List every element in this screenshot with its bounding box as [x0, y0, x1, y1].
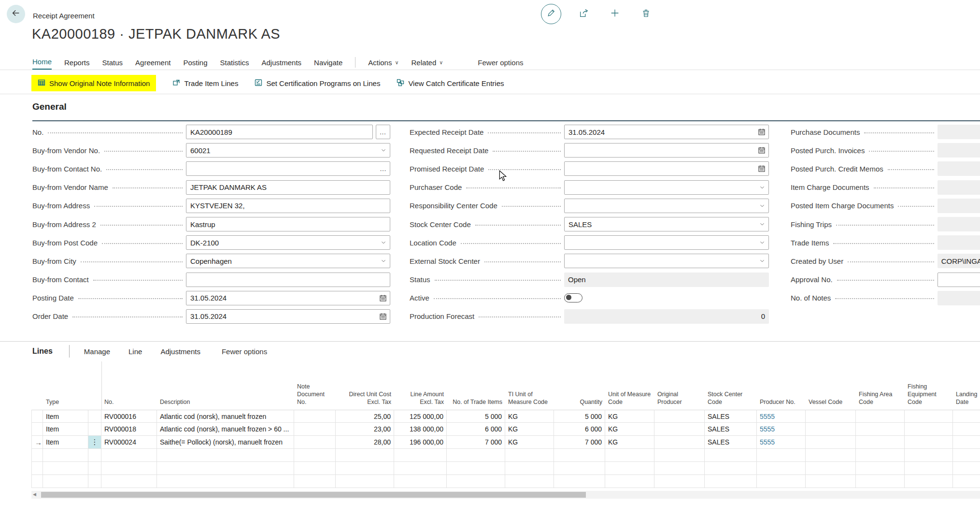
- calendar-icon[interactable]: [758, 165, 766, 172]
- col-header-type[interactable]: Type: [43, 398, 88, 410]
- cell-vessel-code[interactable]: [806, 423, 856, 436]
- chevron-down-icon[interactable]: [380, 147, 387, 154]
- cell-landing-date[interactable]: [953, 410, 980, 423]
- tab-adjustments[interactable]: Adjustments: [262, 55, 302, 70]
- cell-quantity[interactable]: 7 000: [554, 436, 605, 449]
- cell-no[interactable]: RV000024: [101, 436, 157, 449]
- new-button[interactable]: [607, 6, 623, 22]
- cell-selector[interactable]: [31, 423, 43, 436]
- cell-note-document-no[interactable]: [294, 423, 336, 436]
- order-date-field[interactable]: 31.05.2024: [186, 309, 390, 324]
- calendar-icon[interactable]: [379, 313, 387, 320]
- show-original-note-information-button[interactable]: Show Original Note Information: [31, 75, 156, 91]
- cell-type[interactable]: Item: [43, 423, 88, 436]
- cell-direct-unit-cost[interactable]: 28,00: [336, 436, 394, 449]
- scrollbar-thumb[interactable]: [41, 492, 586, 498]
- cell-description[interactable]: Atlantic cod (norsk), manuelt frozen: [157, 410, 294, 423]
- col-header-producer-no[interactable]: Producer No.: [757, 398, 806, 410]
- col-header-original-producer[interactable]: Original Producer: [654, 390, 705, 410]
- col-header-line-amount[interactable]: Line Amount Excl. Tax: [394, 390, 447, 410]
- cell-landing-date[interactable]: [953, 423, 980, 436]
- col-header-no[interactable]: No.: [101, 398, 157, 410]
- promised-receipt-date-field[interactable]: [564, 161, 769, 176]
- cell-description[interactable]: Atlantic cod (norsk), manuelt frozen > 6…: [157, 423, 294, 436]
- tab-navigate[interactable]: Navigate: [314, 55, 342, 70]
- cell-uom[interactable]: KG: [605, 410, 654, 423]
- cell-note-document-no[interactable]: [294, 410, 336, 423]
- cell-line-amount[interactable]: 196 000,00: [394, 436, 447, 449]
- tab-agreement[interactable]: Agreement: [135, 55, 170, 70]
- cell-producer-no-link[interactable]: 5555: [757, 423, 806, 436]
- cell-line-amount[interactable]: 125 000,00: [394, 410, 447, 423]
- active-toggle[interactable]: [564, 293, 582, 302]
- cell-stock-center[interactable]: SALES: [705, 436, 757, 449]
- cell-row-menu[interactable]: [88, 423, 101, 436]
- chevron-down-icon[interactable]: [380, 258, 387, 264]
- breadcrumb[interactable]: Receipt Agreement: [33, 12, 95, 20]
- buy-from-address-field[interactable]: KYSTVEJEN 32,: [186, 199, 390, 213]
- col-header-ti-unit-of-measure[interactable]: TI Unit of Measure Code: [505, 390, 554, 410]
- posted-purch-invoices-field[interactable]: [937, 143, 980, 158]
- cell-no[interactable]: RV000016: [101, 410, 157, 423]
- horizontal-scrollbar[interactable]: ◀: [31, 491, 980, 499]
- chevron-down-icon[interactable]: [380, 239, 387, 246]
- set-certification-programs-button[interactable]: Set Certification Programs on Lines: [255, 75, 380, 91]
- no-lookup-button[interactable]: …: [376, 125, 390, 139]
- lines-section-heading[interactable]: Lines: [32, 347, 53, 356]
- trade-item-lines-button[interactable]: Trade Item Lines: [172, 75, 238, 91]
- cell-fishing-area[interactable]: [856, 423, 905, 436]
- item-charge-documents-field[interactable]: [937, 180, 980, 195]
- tab-posting[interactable]: Posting: [183, 55, 207, 70]
- cell-original-producer[interactable]: [654, 410, 705, 423]
- view-catch-certificate-entries-button[interactable]: View Catch Certificate Entries: [397, 75, 504, 91]
- cell-fishing-equipment[interactable]: [905, 423, 953, 436]
- col-header-landing-date[interactable]: Landing Date: [953, 390, 980, 410]
- lines-menu-line[interactable]: Line: [128, 347, 142, 356]
- scroll-left-arrow-icon[interactable]: ◀: [33, 492, 36, 497]
- cell-row-menu[interactable]: [88, 410, 101, 423]
- row-options-button[interactable]: ⋮: [88, 436, 101, 449]
- external-stock-center-field[interactable]: [564, 254, 769, 268]
- cell-no-of-trade-items[interactable]: 7 000: [447, 436, 505, 449]
- cell-original-producer[interactable]: [654, 423, 705, 436]
- cell-quantity[interactable]: 5 000: [554, 410, 605, 423]
- cell-uom[interactable]: KG: [605, 436, 654, 449]
- tab-status[interactable]: Status: [102, 55, 123, 70]
- buy-from-vendor-no-field[interactable]: 60021: [186, 143, 390, 158]
- cell-direct-unit-cost[interactable]: 25,00: [336, 410, 394, 423]
- buy-from-city-field[interactable]: Copenhagen: [186, 254, 390, 268]
- approval-no-field[interactable]: [937, 273, 980, 287]
- chevron-down-icon[interactable]: [759, 221, 766, 228]
- location-code-field[interactable]: [564, 235, 769, 250]
- calendar-icon[interactable]: [758, 128, 766, 136]
- cell-original-producer[interactable]: [654, 436, 705, 449]
- edit-button[interactable]: [541, 4, 561, 24]
- cell-producer-no-link[interactable]: 5555: [757, 410, 806, 423]
- menu-related[interactable]: Related ∨: [412, 58, 443, 67]
- col-header-quantity[interactable]: Quantity: [554, 398, 605, 410]
- cell-no-of-trade-items[interactable]: 5 000: [447, 410, 505, 423]
- purchase-documents-field[interactable]: [937, 125, 980, 139]
- cell-stock-center[interactable]: SALES: [705, 410, 757, 423]
- stock-center-code-field[interactable]: SALES: [564, 217, 769, 231]
- cell-fishing-area[interactable]: [856, 436, 905, 449]
- trade-items-field[interactable]: [937, 235, 980, 250]
- lines-menu-manage[interactable]: Manage: [84, 347, 110, 356]
- cell-uom[interactable]: KG: [605, 423, 654, 436]
- col-header-stock-center-code[interactable]: Stock Center Code: [705, 390, 757, 410]
- share-button[interactable]: [576, 6, 592, 22]
- col-header-unit-of-measure[interactable]: Unit of Measure Code: [605, 390, 654, 410]
- cell-description[interactable]: Saithe(= Pollock) (norsk), manuelt froze…: [157, 436, 294, 449]
- expected-receipt-date-field[interactable]: 31.05.2024: [564, 125, 769, 139]
- cell-no-of-trade-items[interactable]: 6 000: [447, 423, 505, 436]
- posting-date-field[interactable]: 31.05.2024: [186, 291, 390, 305]
- tab-statistics[interactable]: Statistics: [220, 55, 249, 70]
- col-header-vessel-code[interactable]: Vessel Code: [806, 398, 856, 410]
- buy-from-post-code-field[interactable]: DK-2100: [186, 235, 390, 250]
- cell-vessel-code[interactable]: [806, 410, 856, 423]
- tab-reports[interactable]: Reports: [64, 55, 90, 70]
- tab-home[interactable]: Home: [32, 55, 52, 70]
- buy-from-contact-no-field[interactable]: …: [186, 161, 390, 176]
- col-header-note-document-no[interactable]: Note Document No.: [294, 383, 336, 410]
- cell-type[interactable]: Item: [43, 436, 88, 449]
